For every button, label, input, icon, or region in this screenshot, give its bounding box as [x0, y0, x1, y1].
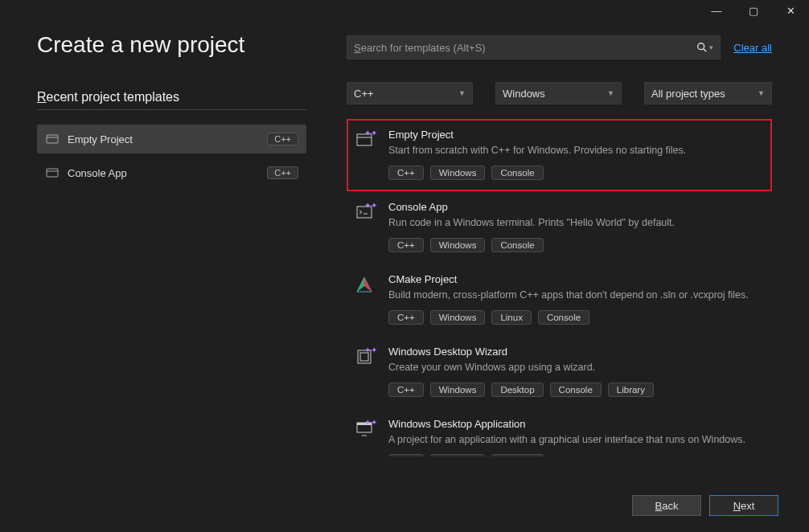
back-button[interactable]: Back — [632, 495, 701, 516]
page-title: Create a new project — [37, 32, 306, 58]
template-icon: ✦✦ — [355, 130, 376, 151]
recent-template-item[interactable]: Empty Project C++ — [37, 125, 306, 153]
template-title: CMake Project — [388, 273, 764, 285]
template-tag: C++ — [388, 310, 424, 325]
template-tag: Windows — [430, 238, 486, 252]
template-title: Console App — [388, 201, 764, 213]
template-tag: Console — [538, 310, 589, 325]
template-tags: C++WindowsDesktop — [388, 454, 764, 456]
template-tag: C++ — [388, 383, 424, 397]
template-icon — [355, 275, 376, 296]
maximize-button[interactable]: ▢ — [735, 0, 772, 21]
recent-template-label: Empty Project — [68, 133, 259, 145]
language-filter-dropdown[interactable]: C++ ▼ — [347, 82, 473, 104]
template-tag: C++ — [388, 238, 424, 252]
template-icon — [45, 166, 60, 180]
close-window-button[interactable]: ✕ — [772, 0, 809, 21]
platform-filter-dropdown[interactable]: Windows ▼ — [495, 82, 622, 104]
svg-line-5 — [704, 49, 707, 52]
template-tag: Windows — [430, 166, 486, 180]
dropdown-value: C++ — [354, 88, 374, 100]
chevron-down-icon: ▼ — [607, 89, 614, 97]
template-tag: Windows — [430, 454, 486, 456]
recent-templates-list: Empty Project C++ Console App C++ — [37, 125, 306, 187]
template-card[interactable]: ✦✦ Empty Project Start from scratch with… — [347, 119, 772, 191]
template-title: Windows Desktop Wizard — [388, 346, 764, 358]
dropdown-value: All project types — [651, 88, 725, 100]
template-icon: ✦✦ — [355, 347, 376, 368]
template-tag: Linux — [491, 310, 532, 325]
template-tag: Console — [491, 238, 543, 252]
template-title: Windows Desktop Application — [388, 418, 764, 430]
template-tags: C++WindowsLinuxConsole — [388, 310, 764, 325]
template-card[interactable]: ✦✦ Windows Desktop Application A project… — [347, 408, 772, 457]
chevron-down-icon: ▼ — [758, 89, 765, 97]
template-tag: Windows — [430, 383, 486, 397]
project-type-filter-dropdown[interactable]: All project types ▼ — [644, 82, 772, 104]
template-tags: C++WindowsDesktopConsoleLibrary — [388, 383, 764, 397]
template-title: Empty Project — [388, 129, 764, 141]
search-templates-input[interactable]: Search for templates (Alt+S) ▾ — [347, 35, 721, 59]
chevron-down-icon: ▼ — [458, 89, 466, 97]
template-description: Run code in a Windows terminal. Prints "… — [388, 216, 764, 230]
recent-template-label: Console App — [68, 167, 259, 179]
template-tag: Windows — [430, 310, 486, 325]
clear-all-link[interactable]: Clear all — [733, 42, 772, 54]
template-tag: Desktop — [491, 383, 543, 397]
template-description: Build modern, cross-platform C++ apps th… — [388, 289, 764, 302]
template-icon — [45, 132, 60, 146]
template-icon: ✦✦ — [355, 203, 376, 223]
template-tags: C++WindowsConsole — [388, 238, 764, 252]
template-tag: Console — [550, 383, 602, 397]
svg-rect-0 — [47, 135, 58, 143]
svg-point-4 — [698, 43, 704, 50]
recent-template-lang: C++ — [267, 133, 298, 145]
template-card[interactable]: ✦✦ Console App Run code in a Windows ter… — [347, 191, 772, 264]
template-description: Create your own Windows app using a wiza… — [388, 361, 764, 374]
search-icon[interactable]: ▾ — [696, 42, 713, 53]
template-tag: C++ — [388, 454, 424, 456]
template-tag: Desktop — [491, 454, 543, 456]
template-description: Start from scratch with C++ for Windows.… — [388, 144, 764, 158]
minimize-button[interactable]: — — [698, 0, 735, 21]
template-tag: Console — [491, 166, 543, 180]
recent-template-lang: C++ — [267, 166, 298, 179]
template-card[interactable]: CMake Project Build modern, cross-platfo… — [347, 264, 772, 336]
template-icon: ✦✦ — [355, 419, 376, 440]
template-card[interactable]: ✦✦ Windows Desktop Wizard Create your ow… — [347, 336, 772, 408]
dropdown-value: Windows — [503, 88, 545, 100]
recent-template-item[interactable]: Console App C++ — [37, 158, 306, 187]
titlebar: — ▢ ✕ — [0, 0, 809, 24]
svg-marker-12 — [364, 277, 372, 292]
recent-templates-heading: Recent project templates — [37, 90, 306, 110]
template-list: ✦✦ Empty Project Start from scratch with… — [347, 119, 772, 456]
template-description: A project for an application with a grap… — [388, 433, 764, 447]
next-button[interactable]: Next — [709, 495, 778, 516]
template-tag: Library — [608, 383, 654, 397]
svg-rect-2 — [47, 169, 58, 177]
svg-marker-11 — [357, 277, 364, 292]
template-tags: C++WindowsConsole — [388, 166, 764, 180]
template-tag: C++ — [388, 166, 424, 180]
